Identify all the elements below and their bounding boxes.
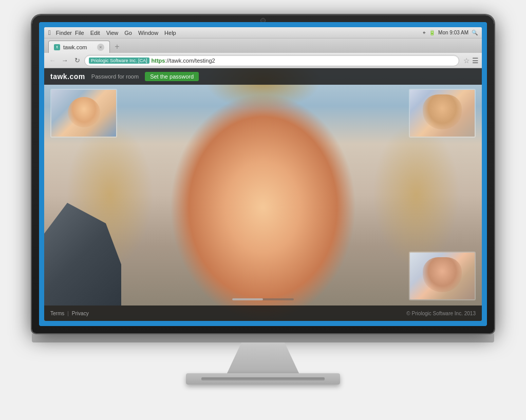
search-icon[interactable]: 🔍 bbox=[472, 30, 478, 35]
back-button[interactable]: ← bbox=[47, 55, 58, 66]
wifi-icon: ⌖ bbox=[423, 30, 426, 36]
ssl-badge: Priologic Software Inc. [CA] bbox=[89, 58, 149, 64]
address-url: https://tawk.com/testing2 bbox=[152, 58, 215, 64]
monitor:  Finder File Edit View Go Window Help ⌖… bbox=[27, 15, 499, 405]
apple-logo:  bbox=[48, 29, 51, 36]
menu-go[interactable]: Go bbox=[124, 30, 132, 36]
video-progress-bar[interactable] bbox=[232, 298, 294, 300]
bookmark-icon[interactable]: ☆ bbox=[463, 56, 470, 65]
password-for-room-label: Password for room bbox=[91, 73, 139, 80]
thumbnail-video-top-left bbox=[50, 89, 117, 138]
privacy-link[interactable]: Privacy bbox=[72, 311, 89, 316]
tab-title: tawk.com bbox=[63, 44, 87, 50]
monitor-stand-base bbox=[186, 373, 340, 385]
new-tab-button[interactable]: + bbox=[112, 42, 122, 52]
app-header-bar: tawk.com Password for room Set the passw… bbox=[44, 68, 482, 85]
tab-favicon: t bbox=[54, 44, 60, 50]
battery-icon: 🔋 bbox=[429, 30, 435, 35]
thumbnail-face-woman bbox=[51, 90, 116, 137]
video-bottom-bar: Terms | Privacy © Priologic Software Inc… bbox=[44, 306, 482, 321]
monitor-bottom-bar bbox=[32, 333, 494, 342]
menu-help[interactable]: Help bbox=[164, 30, 176, 36]
monitor-stand-neck bbox=[227, 342, 299, 373]
menu-window[interactable]: Window bbox=[138, 30, 158, 36]
finder-label: Finder bbox=[56, 30, 72, 36]
video-progress-fill bbox=[232, 298, 263, 300]
footer-separator: | bbox=[67, 311, 69, 316]
thumbnail-video-bottom-right bbox=[409, 252, 476, 300]
brand-logo: tawk.com bbox=[50, 72, 85, 81]
copyright-text: © Priologic Software Inc. 2013 bbox=[406, 311, 476, 316]
tab-bar: t tawk.com × + bbox=[44, 39, 482, 53]
browser-window:  Finder File Edit View Go Window Help ⌖… bbox=[44, 27, 482, 321]
menubar-right: ⌖ 🔋 Mon 9:03 AM 🔍 bbox=[423, 30, 478, 36]
menu-file[interactable]: File bbox=[75, 30, 84, 36]
video-container: tawk.com Password for room Set the passw… bbox=[44, 68, 482, 321]
https-label: https bbox=[152, 58, 165, 64]
clock: Mon 9:03 AM bbox=[438, 30, 468, 35]
url-rest: ://tawk.com/testing2 bbox=[165, 58, 215, 64]
set-password-button[interactable]: Set the password bbox=[145, 72, 199, 81]
thumbnail-face-woman2 bbox=[410, 253, 475, 299]
hamburger-menu-icon[interactable]: ☰ bbox=[472, 56, 479, 65]
tab-close-button[interactable]: × bbox=[97, 44, 104, 51]
thumbnail-video-top-right bbox=[409, 89, 476, 138]
refresh-button[interactable]: ↻ bbox=[72, 55, 82, 66]
menu-edit[interactable]: Edit bbox=[90, 30, 100, 36]
active-tab[interactable]: t tawk.com × bbox=[48, 41, 110, 53]
monitor-bezel:  Finder File Edit View Go Window Help ⌖… bbox=[32, 15, 494, 333]
thumbnail-face-man bbox=[410, 90, 475, 137]
menu-items[interactable]: File Edit View Go Window Help bbox=[75, 30, 176, 36]
footer-links: Terms | Privacy bbox=[50, 311, 89, 316]
address-bar[interactable]: Priologic Software Inc. [CA] https://taw… bbox=[84, 55, 459, 66]
screen:  Finder File Edit View Go Window Help ⌖… bbox=[39, 22, 487, 326]
forward-button[interactable]: → bbox=[60, 55, 70, 66]
menu-view[interactable]: View bbox=[106, 30, 119, 36]
terms-link[interactable]: Terms bbox=[50, 311, 64, 316]
navigation-bar: ← → ↻ Priologic Software Inc. [CA] https… bbox=[44, 53, 482, 68]
mac-menubar:  Finder File Edit View Go Window Help ⌖… bbox=[44, 27, 482, 39]
nav-right-controls: ☆ ☰ bbox=[463, 56, 479, 65]
